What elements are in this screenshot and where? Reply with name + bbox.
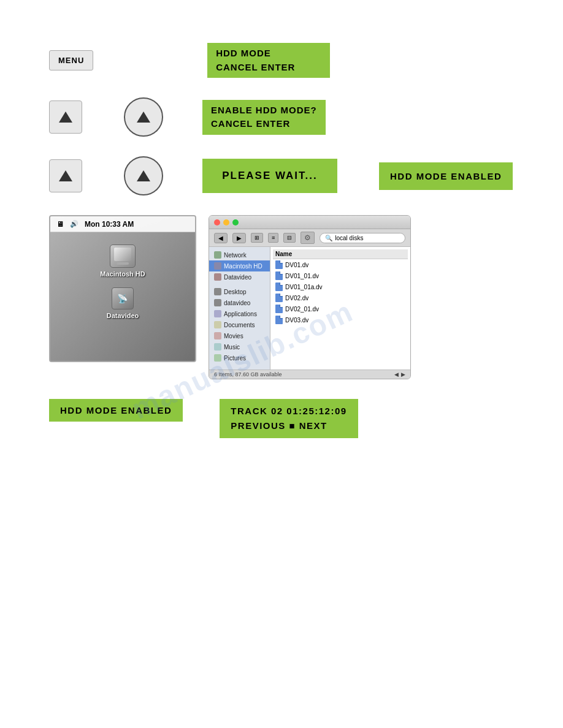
track-display: TRACK 02 01:25:12:09 PREVIOUS ■ NEXT [220, 399, 358, 438]
up-button-square-2[interactable] [49, 159, 82, 192]
file-icon-dv01 [275, 260, 283, 269]
sidebar-item-network[interactable]: Network [209, 249, 270, 260]
mac-time: Mon 10:33 AM [85, 220, 134, 229]
finder-file-dv01-01[interactable]: DV01_01.dv [273, 270, 408, 281]
file-icon-dv03 [275, 316, 283, 324]
finder-view-icon-button[interactable]: ⊞ [251, 233, 263, 243]
hdd-mode-line1: HDD MODE [216, 47, 321, 61]
sidebar-movies-label: Movies [224, 333, 243, 339]
file-icon-dv02 [275, 294, 283, 302]
sidebar-item-movies[interactable]: Movies [209, 330, 270, 341]
mac-hd-label: Macintosh HD [100, 270, 145, 278]
finder-file-dv02-01[interactable]: DV02_01.dv [273, 303, 408, 314]
sidebar-applications-label: Applications [224, 311, 257, 317]
up-button-square[interactable] [49, 100, 82, 134]
triangle-up-icon-2 [59, 170, 72, 181]
finder-file-dv01[interactable]: DV01.dv [273, 259, 408, 270]
name-column-header: Name [275, 251, 292, 257]
bottom-row: HDD MODE ENABLED TRACK 02 01:25:12:09 PR… [49, 399, 514, 438]
finder-minimize-dot[interactable] [223, 219, 229, 226]
finder-search-box[interactable]: 🔍 local disks [320, 233, 405, 243]
mac-desktop-screenshot: 🖥 🔊 Mon 10:33 AM Macintosh HD 📡 Datavide… [49, 215, 196, 362]
mac-menubar: 🖥 🔊 Mon 10:33 AM [50, 216, 195, 232]
finder-file-dv01-01a[interactable]: DV01_01a.dv [273, 281, 408, 292]
sidebar-item-applications[interactable]: Applications [209, 308, 270, 319]
mac-hd-icon [110, 245, 136, 268]
track-line1: TRACK 02 01:25:12:09 [231, 404, 347, 419]
sidebar-item-datavideo[interactable]: Datavideo [209, 271, 270, 282]
finder-search-icon: 🔍 [325, 235, 332, 241]
hdd-mode-line2: CANCEL ENTER [216, 61, 321, 75]
sidebar-macintosh-label: Macintosh HD [224, 263, 262, 270]
file-icon-dv01-01 [275, 271, 283, 280]
menu-button[interactable]: MENU [49, 50, 93, 70]
up-button-circle[interactable] [124, 97, 163, 137]
file-icon-dv01-01a [275, 282, 283, 291]
finder-list-view-button[interactable]: ≡ [268, 233, 278, 243]
documents-icon [214, 321, 221, 328]
finder-scroll-right[interactable]: ▶ [401, 371, 405, 377]
sidebar-item-datavideo-place[interactable]: datavideo [209, 297, 270, 308]
triangle-up-circle-icon [137, 112, 150, 123]
sidebar-music-label: Music [224, 344, 240, 351]
music-icon [214, 343, 221, 351]
up-button-circle-2[interactable] [124, 156, 163, 195]
triangle-up-icon [59, 112, 72, 123]
macintosh-hd-icon [214, 262, 221, 270]
finder-body: Network Macintosh HD Datavideo Desktop [209, 247, 410, 370]
file-name-dv01-01a: DV01_01a.dv [285, 284, 323, 290]
mac-wifi-icon: 📡 [112, 287, 134, 309]
finder-window-screenshot: ◀ ▶ ⊞ ≡ ⊟ ⚙ 🔍 local disks Network [209, 215, 411, 379]
sidebar-pictures-label: Pictures [224, 355, 246, 362]
finder-gear-button[interactable]: ⚙ [301, 232, 315, 244]
datavideo-place-icon [214, 299, 221, 306]
sidebar-documents-label: Documents [224, 322, 255, 328]
mac-hd-icon-group: Macintosh HD [100, 245, 145, 278]
finder-forward-button[interactable]: ▶ [232, 233, 246, 243]
datavideo-drive-icon [214, 273, 221, 281]
file-name-dv03: DV03.dv [285, 317, 308, 324]
sidebar-item-macintosh-hd[interactable]: Macintosh HD [209, 260, 270, 271]
finder-zoom-dot[interactable] [232, 219, 239, 226]
hdd-mode-enabled-display-top: HDD MODE ENABLED [379, 162, 513, 190]
finder-titlebar [209, 216, 410, 229]
finder-file-dv02[interactable]: DV02.dv [273, 292, 408, 303]
mac-desktop-body: Macintosh HD 📡 Datavideo [50, 232, 195, 361]
hdd-mode-display: HDD MODE CANCEL ENTER [207, 43, 330, 78]
enable-hdd-line2: CANCEL ENTER [211, 117, 317, 131]
finder-status-text: 6 Items, 87.60 GB available [214, 371, 282, 377]
screenshots-section: 🖥 🔊 Mon 10:33 AM Macintosh HD 📡 Datavide… [49, 215, 514, 379]
finder-close-dot[interactable] [214, 219, 220, 226]
finder-back-button[interactable]: ◀ [214, 233, 228, 243]
finder-scroll-left[interactable]: ◀ [394, 371, 399, 377]
sidebar-desktop-label: Desktop [224, 289, 247, 295]
mac-monitor-icon: 🖥 [56, 220, 64, 229]
sidebar-item-desktop[interactable]: Desktop [209, 286, 270, 297]
network-icon [214, 251, 221, 259]
finder-content-area: Name DV01.dv DV01_01.dv DV01_01a.dv [270, 247, 410, 370]
track-line2: PREVIOUS ■ NEXT [231, 419, 347, 433]
sidebar-datavideo-place-label: datavideo [224, 300, 250, 306]
row-menu-hdd: MENU HDD MODE CANCEL ENTER [49, 43, 514, 78]
sidebar-item-music[interactable]: Music [209, 341, 270, 352]
file-name-dv01-01: DV01_01.dv [285, 273, 319, 279]
finder-column-view-button[interactable]: ⊟ [283, 233, 296, 243]
finder-toolbar: ◀ ▶ ⊞ ≡ ⊟ ⚙ 🔍 local disks [209, 229, 410, 247]
sidebar-network-label: Network [224, 252, 247, 259]
mac-speaker-icon: 🔊 [70, 220, 79, 228]
sidebar-item-documents[interactable]: Documents [209, 319, 270, 330]
desktop-icon [214, 288, 221, 295]
please-wait-display: PLEASE WAIT... [202, 159, 337, 193]
file-name-dv01: DV01.dv [285, 262, 308, 268]
sidebar-datavideo-label: Datavideo [224, 274, 251, 281]
hdd-mode-enabled-display-bottom: HDD MODE ENABLED [49, 399, 183, 422]
enable-hdd-display: ENABLE HDD MODE? CANCEL ENTER [202, 100, 326, 135]
enable-hdd-line1: ENABLE HDD MODE? [211, 104, 317, 118]
finder-column-header: Name [273, 249, 408, 259]
mac-datavideo-label: Datavideo [107, 312, 139, 319]
finder-file-dv03[interactable]: DV03.dv [273, 314, 408, 325]
applications-icon [214, 310, 221, 317]
finder-sidebar: Network Macintosh HD Datavideo Desktop [209, 247, 270, 370]
sidebar-item-pictures[interactable]: Pictures [209, 352, 270, 363]
pictures-icon [214, 354, 221, 362]
